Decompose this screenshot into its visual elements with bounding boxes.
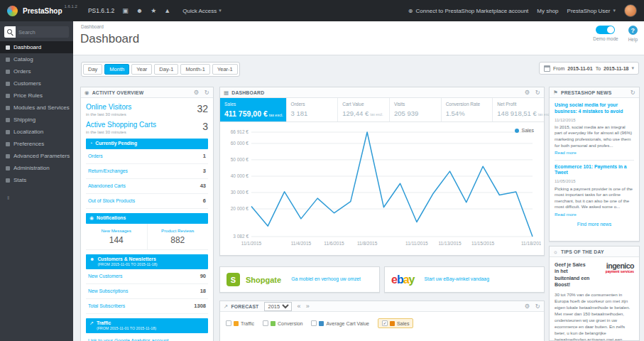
kpi-note: tax excl.	[370, 112, 383, 117]
forecast-year-select[interactable]: 2015	[264, 302, 292, 311]
section-title: Currently Pending	[95, 141, 137, 146]
sidebar-item-preferences[interactable]: Preferences	[0, 138, 73, 150]
search-input[interactable]	[16, 26, 69, 38]
sidebar-item-advanced-parameters[interactable]: Advanced Parameters	[0, 150, 73, 162]
kpi-value: 411 759,00 €	[224, 109, 268, 118]
ingenico-logo: ingenico payment services	[594, 261, 634, 288]
prestashop-logo-icon[interactable]	[7, 6, 18, 16]
range-button-month-1[interactable]: Month-1	[180, 64, 210, 75]
sidebar-item-label: Customers	[13, 80, 41, 87]
conversion-checkbox[interactable]	[263, 320, 268, 326]
legend-item-conversion[interactable]: Conversion	[263, 320, 302, 326]
legend-item-traffic[interactable]: Traffic	[226, 320, 254, 326]
range-button-year[interactable]: Year	[131, 64, 152, 75]
brand-name[interactable]: PrestaShop	[23, 7, 62, 15]
refresh-icon[interactable]: ↻	[535, 89, 540, 96]
gear-icon[interactable]: ⚙	[525, 303, 530, 310]
my-shop-link[interactable]: My shop	[537, 8, 558, 14]
abandoned-carts-link[interactable]: Abandoned Carts	[88, 183, 126, 188]
svg-text:20 000 €: 20 000 €	[231, 206, 249, 211]
orders-link[interactable]: Orders	[88, 153, 103, 158]
search-button[interactable]	[4, 26, 16, 38]
refresh-icon[interactable]: ↻	[535, 303, 540, 310]
returns-link[interactable]: Return/Exchanges	[88, 168, 128, 173]
advanced-parameters-icon	[6, 154, 10, 158]
marketplace-connect-link[interactable]: ⊕ Connect to PrestaShop Marketplace acco…	[408, 8, 528, 14]
quick-access-menu[interactable]: Quick Access ▾	[182, 8, 222, 14]
average-cart-value-checkbox[interactable]	[311, 320, 317, 326]
refresh-icon[interactable]: ↻	[204, 89, 209, 96]
product-reviews-cell[interactable]: Product Reviews 882	[147, 224, 209, 249]
kpi-label: Orders	[291, 102, 334, 107]
avatar[interactable]	[624, 4, 637, 17]
previous-page-icon[interactable]: «	[297, 303, 300, 310]
kpi-net-profit[interactable]: Net Profit 148 918,51 €tax excl.	[493, 98, 544, 121]
date-range-picker[interactable]: From 2015-11-01 To 2015-11-18 ▾	[539, 62, 639, 75]
divider	[555, 160, 634, 161]
shop-name-link[interactable]: PS1.6.1.2	[88, 7, 114, 14]
legend-item-average-cart-value[interactable]: Average Cart Value	[311, 320, 369, 326]
sidebar-item-localization[interactable]: Localization	[0, 126, 73, 138]
ebay-link[interactable]: Start uw eBay-winkel vandaag	[425, 276, 489, 283]
sidebar-item-customers[interactable]: Customers	[0, 77, 73, 90]
chart-legend[interactable]: Sales	[515, 128, 534, 133]
range-button-month[interactable]: Month	[104, 64, 129, 75]
sidebar-item-stats[interactable]: Stats	[0, 174, 73, 186]
google-analytics-link[interactable]: Link to your Google Analytics account	[86, 333, 208, 341]
shopgate-link[interactable]: Ga mobiel en verhoog uw omzet	[291, 276, 361, 283]
user-menu[interactable]: PrestaShop User ▾	[567, 8, 616, 14]
sidebar-item-orders[interactable]: Orders	[0, 65, 73, 77]
topbar: PrestaShop 1.6.1.2 PS1.6.1.2 ▣ ☻ ★ ▲ Qui…	[0, 0, 644, 21]
modules-icon	[6, 106, 10, 110]
breadcrumb[interactable]: Dashboard	[81, 24, 104, 29]
sales-checkbox[interactable]: ✓	[382, 320, 388, 326]
total-subscribers-link[interactable]: Total Subscribers	[88, 303, 125, 308]
new-subscriptions-link[interactable]: New Subscriptions	[88, 288, 128, 293]
customers-notification-icon[interactable]: ☻	[136, 7, 143, 14]
kpi-cart-value[interactable]: Cart Value 129,44 €tax excl.	[338, 98, 390, 121]
sidebar-item-shipping[interactable]: Shipping	[0, 114, 73, 126]
kpi-label: Visits	[394, 102, 437, 107]
range-button-year-1[interactable]: Year-1	[212, 64, 238, 75]
next-page-icon[interactable]: »	[306, 303, 310, 310]
range-button-day[interactable]: Day	[83, 64, 102, 75]
range-button-day-1[interactable]: Day-1	[154, 64, 178, 75]
ingenico-subtitle: payment services	[594, 270, 634, 274]
sidebar-item-catalog[interactable]: Catalog	[0, 53, 73, 65]
gear-icon[interactable]: ⚙	[525, 89, 530, 96]
read-more-link[interactable]: Read more	[555, 212, 577, 218]
news-article-body: In 2015, social media are an integral pa…	[555, 124, 634, 148]
sidebar: Dashboard Catalog Orders Customers Price…	[0, 21, 73, 341]
orders-notification-icon[interactable]: ▣	[122, 7, 129, 14]
notifications-columns: New Messages 144 Product Reviews 882	[86, 224, 208, 250]
kpi-conversion-rate[interactable]: Conversion Rate 1.54%	[442, 98, 493, 121]
collapse-sidebar-button[interactable]: ‖	[0, 186, 73, 210]
kpi-orders[interactable]: Orders 3 181	[287, 98, 339, 121]
active-carts-label[interactable]: Active Shopping Carts	[86, 121, 156, 129]
find-more-news-link[interactable]: Find more news	[555, 221, 634, 227]
kpi-visits[interactable]: Visits 205 939	[390, 98, 442, 121]
traffic-checkbox[interactable]	[226, 320, 231, 326]
read-more-link[interactable]: Read more	[555, 150, 577, 156]
help-button[interactable]: ?	[628, 26, 638, 35]
gear-icon[interactable]: ⚙	[194, 89, 200, 96]
legend-item-sales[interactable]: ✓ Sales	[378, 318, 414, 328]
sidebar-item-dashboard[interactable]: Dashboard	[0, 41, 73, 53]
svg-text:40 000 €: 40 000 €	[231, 173, 249, 178]
sidebar-item-administration[interactable]: Administration	[0, 162, 73, 174]
demo-mode-label: Demo mode	[593, 36, 618, 41]
news-article-title[interactable]: Using social media for your business: 4 …	[555, 102, 634, 115]
kpi-sales[interactable]: Sales 411 759,00 €tax excl.	[220, 98, 287, 121]
new-messages-cell[interactable]: New Messages 144	[86, 224, 147, 249]
sidebar-item-modules[interactable]: Modules and Services	[0, 102, 73, 114]
refresh-icon[interactable]: ↻	[631, 89, 635, 96]
messages-notification-icon[interactable]: ★	[151, 7, 156, 14]
news-article-title[interactable]: Ecommerce 101: Payments in a Tweet	[555, 164, 634, 177]
online-visitors-label[interactable]: Online Visitors	[86, 103, 131, 111]
out-of-stock-link[interactable]: Out of Stock Products	[88, 198, 135, 203]
launch-shop-icon[interactable]: ▲	[164, 7, 170, 14]
sidebar-item-price-rules[interactable]: Price Rules	[0, 90, 73, 102]
svg-text:11/4/2015: 11/4/2015	[291, 241, 312, 246]
demo-mode-toggle[interactable]	[596, 26, 615, 34]
new-customers-link[interactable]: New Customers	[88, 274, 122, 278]
